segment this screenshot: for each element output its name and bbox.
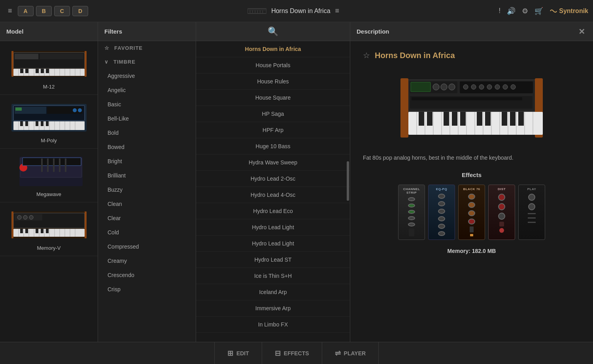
preset-item-hydrawavesweep[interactable]: Hydra Wave Sweep [196,155,350,171]
preset-item-hydroleadlight2[interactable]: Hydro Lead Light [196,236,350,252]
filter-item-crescendo[interactable]: Crescendo [98,268,196,282]
filter-item-clear[interactable]: Clear [98,211,196,225]
tab-d[interactable]: D [72,6,88,16]
svg-rect-96 [400,78,408,138]
svg-rect-93 [85,211,87,238]
model-image-memoryv [11,207,87,243]
mpoly-synth-svg [11,101,87,134]
svg-rect-130 [427,112,432,126]
preset-item-icelandarp[interactable]: Iceland Arp [196,284,350,300]
svg-rect-54 [25,121,28,126]
tab-a[interactable]: A [18,6,34,16]
cart-icon[interactable]: 🛒 [534,7,543,15]
preset-item-hydrolead4osc[interactable]: Hydro Lead 4-Osc [196,187,350,203]
preset-icon [247,7,266,15]
svg-rect-134 [477,112,482,126]
m12-synth-svg [11,47,87,81]
filter-item-belllike[interactable]: Bell-Like [98,111,196,126]
preset-name: Horns Down in Africa [271,8,330,15]
effect-channel-strip: CHANNEL STRIP [398,185,425,240]
model-item-m12[interactable]: M-12 [0,41,98,95]
svg-rect-90 [41,229,43,233]
filter-item-bold[interactable]: Bold [98,126,196,140]
effects-section: Effects CHANNEL STRIP EQ-PQ [363,172,580,254]
preset-item-hydroleadeco[interactable]: Hydro Lead Eco [196,203,350,219]
bottom-tab-effects[interactable]: ⊟ EFFECTS [262,342,322,364]
svg-rect-88 [25,229,28,233]
effect-eq-pq: EQ-PQ [428,185,455,240]
svg-rect-138 [518,112,524,126]
model-item-megawave[interactable]: Megawave [0,149,98,202]
desc-favorite-icon[interactable]: ☆ [363,51,370,60]
tab-b[interactable]: B [36,6,52,16]
svg-rect-129 [419,112,424,126]
filter-item-creamy[interactable]: Creamy [98,254,196,268]
svg-rect-26 [20,69,23,73]
filter-item-angelic[interactable]: Angelic [98,83,196,97]
svg-point-107 [487,85,492,89]
preset-item-horns[interactable]: Horns Down in Africa [196,41,350,57]
close-button[interactable]: ✕ [577,25,587,38]
filter-item-crisp[interactable]: Crisp [98,282,196,296]
desc-preset-name: Horns Down in Africa [375,51,455,60]
svg-rect-133 [460,112,466,126]
speaker-icon[interactable]: 🔊 [507,7,516,15]
svg-point-38 [73,108,77,112]
preset-menu-icon[interactable]: ≡ [335,7,340,15]
svg-point-71 [17,215,21,219]
menu-icon[interactable]: ≡ [5,4,15,17]
filter-item-cold[interactable]: Cold [98,225,196,240]
svg-rect-137 [510,112,516,126]
svg-point-105 [471,85,476,89]
model-item-mpoly[interactable]: M-Poly [0,95,98,149]
filter-chevron-icon: ∨ [104,59,109,65]
filter-item-bowed[interactable]: Bowed [98,140,196,154]
model-item-memoryv[interactable]: Memory-V [0,202,98,256]
filter-item-aggressive[interactable]: Aggressive [98,69,196,83]
player-label: PLAYER [344,350,366,356]
preset-item-hydrolead2osc[interactable]: Hydro Lead 2-Osc [196,171,350,187]
memoryv-synth-svg [11,208,87,242]
gear-icon[interactable]: ⚙ [522,7,528,15]
preset-item-housesquare[interactable]: House Square [196,90,350,106]
preset-item-hydroleadlight1[interactable]: Hydro Lead Light [196,219,350,236]
effects-title: Effects [363,172,580,178]
filter-category-favorite[interactable]: ☆ FAVORITE [98,41,196,55]
preset-item-hpsaga[interactable]: HP Saga [196,106,350,122]
filter-item-buzzy[interactable]: Buzzy [98,183,196,197]
filter-item-clean[interactable]: Clean [98,197,196,211]
filter-item-basic[interactable]: Basic [98,97,196,111]
svg-rect-74 [13,229,85,237]
svg-rect-10 [15,54,38,59]
effect-label-dist: DIST [498,187,506,191]
svg-rect-89 [36,229,38,233]
memory-row: Memory: 182.0 MB [363,248,580,254]
bottom-tab-edit[interactable]: ⊞ EDIT [214,342,262,364]
description-header: Description ✕ [350,22,593,41]
description-text: Fat 80s pop analog horns, best in the mi… [363,153,580,162]
model-header-label: Model [6,28,23,35]
svg-point-72 [23,215,27,219]
model-name-mpoly: M-Poly [41,138,57,143]
preset-search-bar[interactable]: 🔍 [196,22,350,41]
bottom-bar: ⊞ EDIT ⊟ EFFECTS ⇌ PLAYER [0,342,593,364]
effect-label-comp: BLACK 76 [463,187,480,191]
preset-item-huge10bass[interactable]: Huge 10 Bass [196,138,350,155]
preset-item-houserules[interactable]: House Rules [196,74,350,90]
filter-item-compressed[interactable]: Compressed [98,240,196,254]
filter-item-bright[interactable]: Bright [98,154,196,168]
preset-item-hpfarp[interactable]: HPF Arp [196,122,350,138]
preset-item-inlimbofx[interactable]: In Limbo FX [196,317,350,333]
preset-item-icethinsh[interactable]: Ice is Thin S+H [196,268,350,284]
bottom-tab-player[interactable]: ⇌ PLAYER [322,342,379,364]
filter-item-brilliant[interactable]: Brilliant [98,168,196,183]
tab-c[interactable]: C [54,6,70,16]
alert-icon[interactable]: ! [499,7,500,15]
svg-rect-32 [85,51,87,77]
filter-panel: Filters ☆ FAVORITE ∨ TIMBRE Aggressive A… [98,22,196,342]
preset-item-immersivearp[interactable]: Immersive Arp [196,300,350,317]
filter-category-timbre[interactable]: ∨ TIMBRE [98,55,196,69]
svg-rect-64 [53,158,55,172]
preset-item-hydroleadst[interactable]: Hydro Lead ST [196,252,350,268]
preset-item-houseportals[interactable]: House Portals [196,57,350,74]
